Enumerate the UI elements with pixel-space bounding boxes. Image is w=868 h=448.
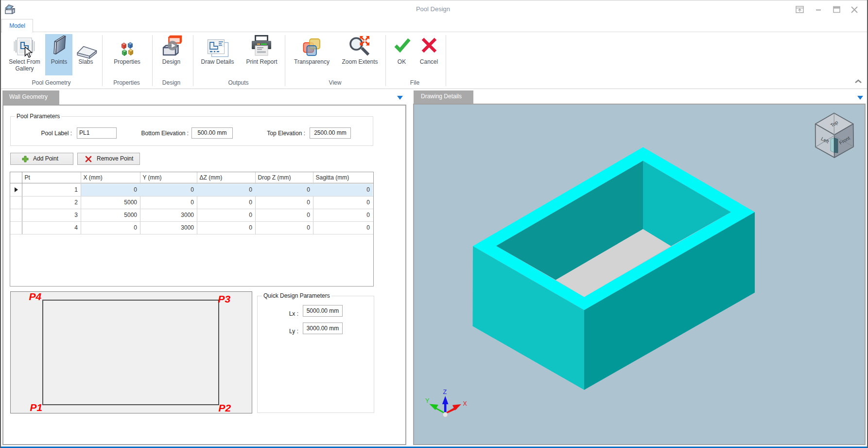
- svg-text:Z: Z: [443, 389, 447, 395]
- svg-text:Y: Y: [425, 397, 430, 404]
- svg-text:X: X: [463, 400, 468, 407]
